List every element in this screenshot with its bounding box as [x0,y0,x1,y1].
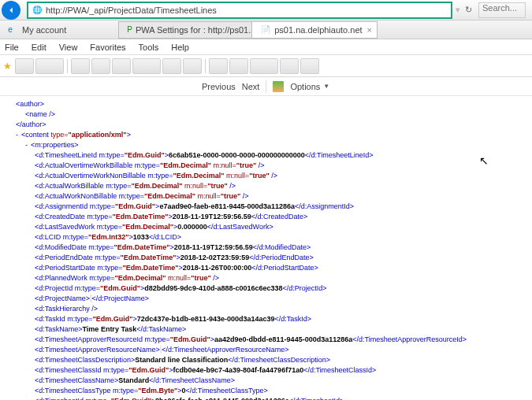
page-icon: 🌐 [32,5,43,16]
ie-favicon-icon: e [5,24,16,35]
toolbar-button[interactable] [112,58,131,74]
menu-file[interactable]: File [5,43,19,52]
url-path: PWA/_api/ProjectData/TimesheetLines [68,6,217,15]
search-input[interactable]: Search... [478,2,526,18]
toolbar-button[interactable] [15,58,34,74]
tab-label: PWA Settings for : http://ps01. [136,25,251,35]
tab-pwa-settings[interactable]: P PWA Settings for : http://ps01. [118,21,252,39]
options-dropdown[interactable]: Options ▼ [290,82,329,91]
toolbar-button[interactable] [162,58,181,74]
separator [67,59,68,73]
xml-content: <author><name /></author>-<content type=… [0,96,532,400]
menu-edit[interactable]: Edit [32,43,47,52]
project-favicon-icon: P [127,24,132,35]
toolbar-button[interactable] [229,58,248,74]
tab-active[interactable]: 📄 ps01.na.delphiauto.net × [251,21,378,39]
menu-favorites[interactable]: Favorites [90,43,125,52]
separator [266,80,266,93]
toolbar: ★ [0,55,532,77]
page-favicon-icon: 📄 [260,24,271,35]
next-link[interactable]: Next [242,82,260,91]
options-label: Options [290,82,320,91]
prev-link[interactable]: Previous [202,82,236,91]
address-bar[interactable]: 🌐 http:// PWA/_api/ProjectData/Timesheet… [27,2,452,19]
favorites-star-icon[interactable]: ★ [3,61,12,72]
toolbar-button[interactable] [209,58,228,74]
toolbar-button[interactable] [183,58,202,74]
menu-help[interactable]: Help [171,43,189,52]
toolbar-button[interactable] [91,58,110,74]
toolbar-button[interactable] [250,58,278,74]
back-button[interactable] [2,1,20,20]
menu-tools[interactable]: Tools [139,43,159,52]
toolbar-button[interactable] [71,58,90,74]
tab-label: ps01.na.delphiauto.net [274,25,362,35]
caret-down-icon: ▼ [323,83,329,90]
toolbar-button[interactable] [280,58,299,74]
url-scheme: http:// [46,6,68,15]
menu-view[interactable]: View [59,43,78,52]
refresh-icon[interactable]: ↻ [465,5,472,15]
options-icon [273,81,284,92]
browser-titlebar: 🌐 http:// PWA/_api/ProjectData/Timesheet… [0,0,532,20]
close-icon[interactable]: × [367,25,372,35]
toolbar-button[interactable] [300,58,319,74]
separator [205,59,206,73]
tab-myaccount-label[interactable]: My account [22,25,66,35]
menu-bar: File Edit View Favorites Tools Help [0,39,532,55]
toolbar-button[interactable] [132,58,161,74]
feed-pager: Previous Next Options ▼ [0,77,532,96]
tab-strip: e My account P PWA Settings for : http:/… [0,20,532,39]
toolbar-button[interactable] [35,58,64,74]
